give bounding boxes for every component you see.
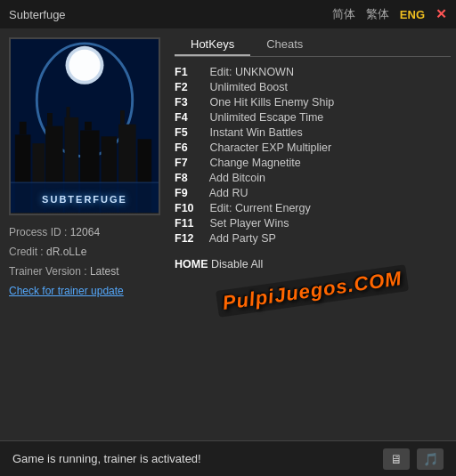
app-title: Subterfuge — [9, 8, 66, 21]
cheat-key: F9 — [175, 187, 207, 199]
version-label: Trainer Version : — [9, 265, 90, 278]
svg-rect-5 — [20, 122, 27, 135]
update-link-row[interactable]: Check for trainer update — [9, 285, 160, 297]
credit-row: Credit : dR.oLLe — [9, 246, 160, 258]
credit-value: dR.oLLe — [46, 246, 86, 258]
version-value: Latest — [90, 265, 119, 278]
tab-cheats[interactable]: Cheats — [250, 34, 319, 56]
home-desc-text: Disable All — [211, 258, 263, 270]
cheat-desc: Unlimited Escape Time — [207, 111, 323, 124]
svg-point-3 — [69, 50, 100, 81]
main-content: SUBTERFUGE Process ID : 12064 Credit : d… — [0, 28, 456, 440]
svg-rect-12 — [85, 122, 92, 131]
cheat-key: F4 — [175, 111, 207, 124]
cheat-desc: Edit: UNKNOWN — [207, 66, 294, 78]
cheat-key: F5 — [175, 126, 207, 139]
tabs-container: HotKeys Cheats — [175, 28, 451, 57]
cheat-desc: Change Magnetite — [207, 157, 301, 169]
cheat-item: F5 Instant Win Battles — [175, 126, 451, 139]
watermark-container: PulpiJuegos.COM — [175, 278, 451, 304]
tab-hotkeys[interactable]: HotKeys — [175, 34, 250, 56]
cheat-desc: Add RU — [207, 187, 248, 199]
svg-rect-8 — [47, 113, 53, 126]
game-title-overlay: SUBTERFUGE — [11, 194, 159, 205]
cheat-item: F10 Edit: Current Energy — [175, 202, 451, 214]
left-panel: SUBTERFUGE Process ID : 12064 Credit : d… — [0, 28, 169, 440]
lang-traditional-btn[interactable]: 繁体 — [366, 6, 389, 22]
status-bar: Game is running, trainer is activated! 🖥… — [0, 440, 456, 476]
cheat-desc: Set Player Wins — [207, 217, 289, 230]
cheat-key: F7 — [175, 157, 207, 169]
process-id-row: Process ID : 12064 — [9, 226, 160, 238]
cheat-key: F11 — [175, 217, 207, 230]
update-link[interactable]: Check for trainer update — [9, 285, 124, 297]
cheat-desc: Add Bitcoin — [207, 172, 265, 184]
cheat-key: F8 — [175, 172, 207, 184]
cheat-desc: One Hit Kills Enemy Ship — [207, 96, 334, 109]
home-key: HOME — [175, 258, 208, 270]
cheat-desc: Instant Win Battles — [207, 126, 303, 139]
watermark-text: PulpiJuegos.COM — [216, 264, 409, 318]
monitor-icon[interactable]: 🖥 — [383, 448, 410, 470]
cheat-key: F6 — [175, 141, 207, 154]
cheat-item: F8 Add Bitcoin — [175, 172, 451, 184]
cheat-desc: Character EXP Multiplier — [207, 141, 331, 154]
cheat-item: F12 Add Party SP — [175, 232, 451, 245]
cheat-key: F10 — [175, 202, 207, 214]
status-text: Game is running, trainer is activated! — [12, 452, 201, 465]
cheat-item: F7 Change Magnetite — [175, 157, 451, 169]
lang-eng-btn[interactable]: ENG — [400, 8, 425, 21]
cheat-item: F3 One Hit Kills Enemy Ship — [175, 96, 451, 109]
svg-rect-15 — [120, 110, 125, 125]
status-icons: 🖥 🎵 — [383, 448, 444, 470]
cheats-list: F1 Edit: UNKNOWNF2 Unlimited BoostF3 One… — [175, 64, 451, 249]
info-panel: Process ID : 12064 Credit : dR.oLLe Trai… — [9, 222, 160, 304]
svg-rect-10 — [66, 107, 69, 117]
close-button[interactable]: ✕ — [436, 6, 447, 22]
version-row: Trainer Version : Latest — [9, 265, 160, 278]
cheat-item: F2 Unlimited Boost — [175, 81, 451, 93]
cheat-item: F6 Character EXP Multiplier — [175, 141, 451, 154]
process-label: Process ID : — [9, 226, 70, 238]
right-panel: HotKeys Cheats F1 Edit: UNKNOWNF2 Unlimi… — [169, 28, 456, 440]
lang-simple-btn[interactable]: 简体 — [332, 6, 355, 22]
credit-label: Credit : — [9, 246, 46, 258]
cheat-key: F2 — [175, 81, 207, 93]
game-image: SUBTERFUGE — [9, 37, 160, 215]
cheat-desc: Edit: Current Energy — [207, 202, 311, 214]
process-id-value: 12064 — [70, 226, 100, 238]
cheat-desc: Add Party SP — [207, 232, 276, 245]
cheat-item: F1 Edit: UNKNOWN — [175, 66, 451, 78]
cheat-item: F11 Set Player Wins — [175, 217, 451, 230]
language-controls: 简体 繁体 ENG ✕ — [332, 6, 447, 22]
cheat-item: F9 Add RU — [175, 187, 451, 199]
cheat-item: F4 Unlimited Escape Time — [175, 111, 451, 124]
title-bar: Subterfuge 简体 繁体 ENG ✕ — [0, 0, 456, 28]
cheat-key: F1 — [175, 66, 207, 78]
cheat-key: F3 — [175, 96, 207, 109]
home-row: HOME Disable All — [175, 258, 451, 270]
cheat-key: F12 — [175, 232, 207, 245]
music-icon[interactable]: 🎵 — [417, 448, 444, 470]
cheat-desc: Unlimited Boost — [207, 81, 288, 93]
